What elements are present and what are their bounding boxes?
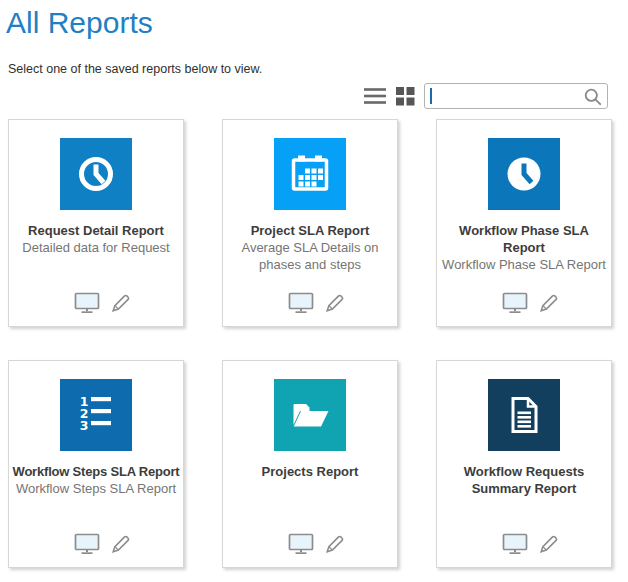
pencil-icon <box>324 292 346 314</box>
page-title: All Reports <box>0 0 628 40</box>
card-actions <box>444 533 618 555</box>
document-icon <box>488 379 560 451</box>
grid-view-button[interactable] <box>396 87 415 106</box>
monitor-icon <box>288 533 314 555</box>
reports-grid: Request Detail Report Detailed data for … <box>8 119 628 568</box>
report-card-workflow-phase-sla[interactable]: Workflow Phase SLA Report Workflow Phase… <box>436 119 612 327</box>
card-actions <box>16 533 190 555</box>
svg-text:3: 3 <box>80 418 89 433</box>
grid-view-icon <box>396 87 415 106</box>
search-button[interactable] <box>583 87 603 107</box>
pencil-icon <box>538 292 560 314</box>
card-actions <box>230 292 404 314</box>
text-cursor <box>430 88 432 104</box>
view-report-button[interactable] <box>74 292 100 314</box>
report-title: Workflow Phase SLA Report <box>454 223 594 257</box>
pencil-icon <box>110 292 132 314</box>
open-folder-icon <box>274 379 346 451</box>
card-actions <box>230 533 404 555</box>
edit-report-button[interactable] <box>324 292 346 314</box>
report-title: Project SLA Report <box>223 223 397 240</box>
report-subtitle: Workflow Steps SLA Report <box>9 481 183 498</box>
edit-report-button[interactable] <box>538 533 560 555</box>
report-title: Projects Report <box>223 464 397 481</box>
view-report-button[interactable] <box>288 292 314 314</box>
monitor-icon <box>74 292 100 314</box>
search-input[interactable] <box>424 83 608 109</box>
report-card-project-sla[interactable]: Project SLA Report Average SLA Details o… <box>222 119 398 327</box>
view-report-button[interactable] <box>502 292 528 314</box>
card-actions <box>444 292 618 314</box>
report-card-projects[interactable]: Projects Report <box>222 360 398 568</box>
list-view-icon <box>363 86 387 106</box>
report-subtitle: Detailed data for Request <box>9 240 183 257</box>
pencil-icon <box>538 533 560 555</box>
view-report-button[interactable] <box>288 533 314 555</box>
card-actions <box>16 292 190 314</box>
pencil-icon <box>110 533 132 555</box>
calendar-icon <box>274 138 346 210</box>
view-report-button[interactable] <box>502 533 528 555</box>
search-icon <box>583 87 603 107</box>
clock-solid-icon <box>488 138 560 210</box>
search-box <box>424 83 608 109</box>
report-title: Workflow Steps SLA Report <box>9 464 183 481</box>
clock-outline-icon <box>60 138 132 210</box>
list-view-button[interactable] <box>363 86 387 106</box>
report-subtitle: Average SLA Details on phases and steps <box>223 240 397 274</box>
report-card-request-detail[interactable]: Request Detail Report Detailed data for … <box>8 119 184 327</box>
monitor-icon <box>74 533 100 555</box>
view-report-button[interactable] <box>74 533 100 555</box>
pencil-icon <box>324 533 346 555</box>
report-title: Workflow Requests Summary Report <box>437 464 611 498</box>
numbered-list-icon: 1 2 3 <box>60 379 132 451</box>
monitor-icon <box>288 292 314 314</box>
toolbar <box>0 82 608 110</box>
edit-report-button[interactable] <box>110 292 132 314</box>
report-title: Request Detail Report <box>9 223 183 240</box>
page-subtitle: Select one of the saved reports below to… <box>8 62 628 76</box>
edit-report-button[interactable] <box>110 533 132 555</box>
edit-report-button[interactable] <box>324 533 346 555</box>
monitor-icon <box>502 533 528 555</box>
report-card-workflow-steps-sla[interactable]: 1 2 3 Workflow Steps SLA Report Workflow… <box>8 360 184 568</box>
monitor-icon <box>502 292 528 314</box>
report-subtitle: Workflow Phase SLA Report <box>437 257 611 274</box>
edit-report-button[interactable] <box>538 292 560 314</box>
report-card-workflow-requests-summary[interactable]: Workflow Requests Summary Report <box>436 360 612 568</box>
